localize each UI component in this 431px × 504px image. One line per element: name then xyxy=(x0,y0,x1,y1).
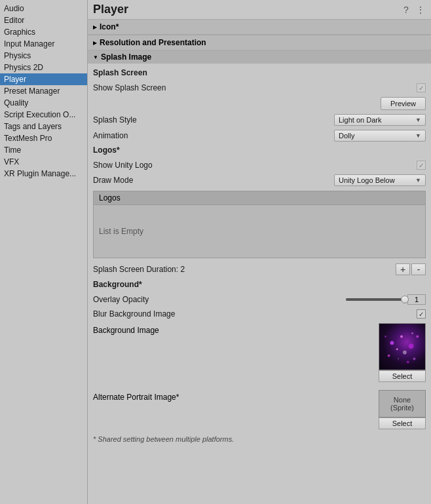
animation-dropdown-arrow: ▼ xyxy=(415,132,421,139)
splash-style-row: Splash Style Light on Dark ▼ xyxy=(88,112,431,128)
alternate-portrait-control: None (Sprite) Select xyxy=(379,390,426,429)
svg-point-7 xyxy=(416,336,419,338)
animation-label: Animation xyxy=(93,131,334,140)
sidebar-item-vfx[interactable]: VFX xyxy=(0,156,87,168)
overlay-opacity-label: Overlay Opacity xyxy=(93,295,346,304)
sidebar-item-input-manager[interactable]: Input Manager xyxy=(0,38,87,50)
show-unity-logo-checkbox[interactable] xyxy=(417,161,426,170)
background-image-thumbnail xyxy=(379,323,426,370)
show-splash-screen-row: Show Splash Screen xyxy=(88,81,431,95)
help-icon[interactable]: ? xyxy=(401,5,411,15)
animation-dropdown-text: Dolly xyxy=(339,132,354,140)
draw-mode-dropdown-text: Unity Logo Below xyxy=(339,176,395,184)
svg-point-4 xyxy=(413,358,416,360)
background-image-control: Select xyxy=(379,323,426,382)
background-image-preview xyxy=(379,324,425,370)
overlay-opacity-value[interactable]: 1 xyxy=(407,294,426,305)
logos-title-row: Logos* xyxy=(88,144,431,158)
blur-background-checkbox[interactable] xyxy=(417,309,426,319)
content-area: ▶ Icon* ▶ Resolution and Presentation ▼ … xyxy=(88,19,431,504)
blur-background-value xyxy=(417,309,426,319)
sidebar-item-tags-and-layers[interactable]: Tags and Layers xyxy=(0,121,87,132)
show-splash-screen-checkbox[interactable] xyxy=(417,83,426,92)
resolution-triangle: ▶ xyxy=(93,40,97,46)
logos-box-content: List is Empty xyxy=(94,205,425,258)
alternate-portrait-none: None xyxy=(381,396,424,404)
preview-button[interactable]: Preview xyxy=(381,97,426,110)
overlay-opacity-control: 1 xyxy=(346,294,426,305)
duration-controls: + - xyxy=(396,263,426,275)
alternate-portrait-label: Alternate Portrait Image* xyxy=(93,390,379,402)
sidebar-item-physics[interactable]: Physics xyxy=(0,50,87,62)
duration-minus-button[interactable]: - xyxy=(411,263,426,275)
svg-point-0 xyxy=(390,341,394,345)
main-panel: Player ? ⋮ ▶ Icon* ▶ Resolution and Pres… xyxy=(88,0,431,504)
logos-box-header: Logos xyxy=(94,191,425,205)
draw-mode-value: Unity Logo Below ▼ xyxy=(334,174,426,186)
sidebar-item-graphics[interactable]: Graphics xyxy=(0,26,87,38)
icon-section-triangle: ▶ xyxy=(93,24,97,30)
sidebar-item-physics-2d[interactable]: Physics 2D xyxy=(0,62,87,73)
svg-point-3 xyxy=(388,355,390,357)
icon-section-label: Icon* xyxy=(100,22,119,31)
splash-image-triangle: ▼ xyxy=(93,54,98,60)
sidebar-item-player[interactable]: Player xyxy=(0,73,87,85)
splash-style-label: Splash Style xyxy=(93,115,334,125)
alternate-portrait-row: Alternate Portrait Image* None (Sprite) … xyxy=(88,388,431,431)
draw-mode-row: Draw Mode Unity Logo Below ▼ xyxy=(88,172,431,188)
splash-screen-section: Splash Screen Show Splash Screen Preview… xyxy=(88,64,431,450)
footer-note: * Shared setting between multiple platfo… xyxy=(88,431,431,447)
sidebar-item-editor[interactable]: Editor xyxy=(0,14,87,26)
svg-point-6 xyxy=(396,348,398,350)
splash-image-section-label: Splash Image xyxy=(101,52,151,62)
duration-plus-button[interactable]: + xyxy=(396,263,410,275)
splash-style-dropdown-text: Light on Dark xyxy=(339,116,381,124)
background-image-select-button[interactable]: Select xyxy=(379,370,426,382)
animation-value: Dolly ▼ xyxy=(334,130,426,142)
splash-style-dropdown-arrow: ▼ xyxy=(415,117,421,123)
show-unity-logo-value xyxy=(417,161,426,170)
splash-style-dropdown[interactable]: Light on Dark ▼ xyxy=(334,114,426,126)
duration-label: Splash Screen Duration: 2 xyxy=(93,265,185,274)
page-title: Player xyxy=(93,3,128,16)
draw-mode-dropdown-arrow: ▼ xyxy=(415,177,421,184)
svg-point-5 xyxy=(403,351,407,355)
icon-section-header[interactable]: ▶ Icon* xyxy=(88,19,431,35)
draw-mode-label: Draw Mode xyxy=(93,176,334,185)
show-splash-screen-label: Show Splash Screen xyxy=(93,83,417,92)
background-title: Background* xyxy=(93,280,426,289)
sidebar-item-preset-manager[interactable]: Preset Manager xyxy=(0,85,87,97)
sidebar-item-quality[interactable]: Quality xyxy=(0,97,87,109)
animation-row: Animation Dolly ▼ xyxy=(88,128,431,144)
particle-dots xyxy=(379,324,425,370)
sidebar-item-time[interactable]: Time xyxy=(0,144,87,156)
splash-screen-title: Splash Screen xyxy=(93,68,426,77)
settings-icon[interactable]: ⋮ xyxy=(415,5,426,15)
background-title-row: Background* xyxy=(88,278,431,292)
header: Player ? ⋮ xyxy=(88,0,431,19)
header-icons: ? ⋮ xyxy=(401,5,426,15)
background-image-row: Background Image xyxy=(88,321,431,384)
blur-background-row: Blur Background Image xyxy=(88,307,431,321)
sidebar-item-xr-plugin[interactable]: XR Plugin Manage... xyxy=(0,168,87,180)
slider-thumb[interactable] xyxy=(401,296,409,303)
overlay-opacity-slider[interactable] xyxy=(346,298,405,301)
blur-background-label: Blur Background Image xyxy=(93,309,417,319)
alternate-portrait-sprite: (Sprite) xyxy=(381,404,424,412)
show-splash-screen-value xyxy=(417,83,426,92)
svg-point-11 xyxy=(411,332,413,334)
slider-fill xyxy=(346,298,405,301)
resolution-section-label: Resolution and Presentation xyxy=(100,38,206,47)
splash-style-value: Light on Dark ▼ xyxy=(334,114,426,126)
alternate-portrait-select-button[interactable]: Select xyxy=(379,417,426,429)
draw-mode-dropdown[interactable]: Unity Logo Below ▼ xyxy=(334,174,426,186)
animation-dropdown[interactable]: Dolly ▼ xyxy=(334,130,426,142)
sidebar-item-audio[interactable]: Audio xyxy=(0,3,87,14)
svg-point-9 xyxy=(407,360,409,363)
logos-box: Logos List is Empty xyxy=(93,191,426,258)
show-unity-logo-label: Show Unity Logo xyxy=(93,161,417,170)
sidebar-item-script-execution[interactable]: Script Execution O... xyxy=(0,109,87,121)
resolution-section-header[interactable]: ▶ Resolution and Presentation xyxy=(88,35,431,50)
splash-image-section-header[interactable]: ▼ Splash Image xyxy=(88,50,431,64)
sidebar-item-textmesh-pro[interactable]: TextMesh Pro xyxy=(0,132,87,144)
